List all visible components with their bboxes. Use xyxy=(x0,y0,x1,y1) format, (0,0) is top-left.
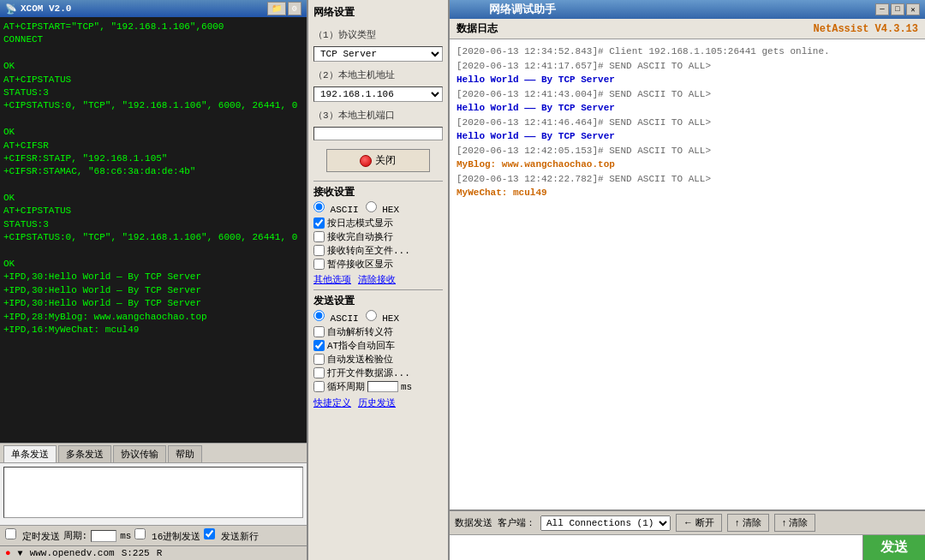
recv-section: 接收设置 ASCII HEX 按日志模式显示 接收完自动换行 xyxy=(313,181,443,286)
send-title: 发送设置 xyxy=(313,294,443,308)
recv-clear-link[interactable]: 清除接收 xyxy=(358,273,396,286)
recv-pause-checkbox[interactable] xyxy=(313,259,325,270)
xcom-log: AT+CIPSTART="TCP", "192.168.1.106",6000 … xyxy=(0,17,307,443)
clear-button[interactable]: ↑ 清除 xyxy=(727,514,769,532)
log-entry: Hello World —— By TCP Server xyxy=(457,101,918,116)
data-send-label: 数据发送 xyxy=(455,516,492,529)
log-entry: [2020-06-13 12:41:17.657]# SEND ASCII TO… xyxy=(457,59,918,74)
period-unit: ms xyxy=(120,531,131,541)
log-entry: [2020-06-13 12:42:22.782]# SEND ASCII TO… xyxy=(457,172,918,187)
tab-help[interactable]: 帮助 xyxy=(168,445,202,462)
recv-auto-exec-checkbox[interactable] xyxy=(313,231,325,242)
xcom-input-area xyxy=(0,462,307,525)
tab-single-send[interactable]: 单条发送 xyxy=(3,445,57,462)
send-newline-checkbox[interactable] xyxy=(204,528,215,539)
debug-send-button[interactable]: 发送 xyxy=(862,535,925,560)
recv-ascii-radio[interactable] xyxy=(313,201,325,212)
recv-to-file-row: 接收转向至文件... xyxy=(313,244,443,257)
debug-panel: 网络调试助手 ─ □ ✕ 数据日志 NetAssist V4.3.13 [202… xyxy=(450,0,925,560)
recv-log-mode-row: 按日志模式显示 xyxy=(313,217,443,229)
port-label: （3）本地主机端口 xyxy=(313,109,443,122)
debug-titlebar-controls: ─ □ ✕ xyxy=(875,3,920,15)
network-title: 网络设置 xyxy=(313,5,443,20)
log-entry: Hello World —— By TCP Server xyxy=(457,73,918,87)
debug-input-field[interactable]: MyWeChat: mcul49 xyxy=(450,535,862,560)
disconnect-button[interactable]: ← 断开 xyxy=(676,514,722,532)
minimize-button[interactable]: ─ xyxy=(875,3,889,15)
xcom-toolbar-btn2[interactable]: ⚙ xyxy=(288,2,301,15)
status-r: R xyxy=(157,548,163,558)
tab-multi-send[interactable]: 多条发送 xyxy=(58,445,111,462)
recv-ascii-label: ASCII xyxy=(313,201,359,215)
send-open-file-checkbox[interactable] xyxy=(313,367,325,378)
xcom-toolbar-btn1[interactable]: 📁 xyxy=(267,2,286,15)
send-cycle-checkbox[interactable] xyxy=(313,381,325,392)
period-label: 周期: xyxy=(63,529,88,542)
recv-more-link[interactable]: 其他选项 xyxy=(313,273,351,286)
host-select[interactable]: 192.168.1.106 xyxy=(313,86,443,102)
log-entry: [2020-06-13 12:34:52.843]# Client 192.16… xyxy=(457,45,918,59)
log-entry: [2020-06-13 12:42:05.153]# SEND ASCII TO… xyxy=(457,144,918,158)
recv-encoding-row: ASCII HEX xyxy=(313,201,443,215)
send-ascii-label: ASCII xyxy=(313,310,359,324)
client-select[interactable]: All Connections (1) xyxy=(540,515,671,531)
close-window-button[interactable]: ✕ xyxy=(906,3,920,15)
host-label: （2）本地主机地址 xyxy=(313,69,443,81)
send-newline-label: 发送新行 xyxy=(204,528,259,543)
send-auto-decode-row: 自动解析转义符 xyxy=(313,325,443,338)
xcom-send-input[interactable] xyxy=(3,467,303,518)
recv-auto-exec-row: 接收完自动换行 xyxy=(313,230,443,243)
hex-send-label: 16进制发送 xyxy=(134,528,200,543)
port-input[interactable]: 6000 xyxy=(313,127,443,140)
shortcut-link[interactable]: 快捷定义 xyxy=(313,396,351,409)
send-hex-label: HEX xyxy=(366,310,399,324)
status-arrow: ▼ xyxy=(18,549,23,558)
send-hex-radio[interactable] xyxy=(366,310,377,321)
send-at-cr-row: AT指令自动回车 xyxy=(313,339,443,352)
recv-log-mode-checkbox[interactable] xyxy=(313,217,325,229)
red-dot-icon xyxy=(360,155,372,167)
tab-protocol[interactable]: 协议传输 xyxy=(113,445,166,462)
status-url: www.openedv.com xyxy=(30,548,115,558)
send-cycle-input[interactable]: 1000 xyxy=(367,381,398,392)
timer-send-checkbox[interactable] xyxy=(5,528,16,539)
log-entry: MyWeChat: mcul49 xyxy=(457,186,918,200)
send-ascii-radio[interactable] xyxy=(313,310,325,321)
status-size: S:225 xyxy=(122,548,150,558)
xcom-bottom-controls: 定时发送 周期: 1 ms 16进制发送 发送新行 xyxy=(0,525,307,545)
send-auto-decode-checkbox[interactable] xyxy=(313,326,325,337)
recv-hex-radio[interactable] xyxy=(366,201,377,212)
close-btn-label: 关闭 xyxy=(375,153,396,168)
recv-hex-label: HEX xyxy=(366,201,399,215)
client-label: 客户端： xyxy=(498,516,535,529)
period-input[interactable]: 1 xyxy=(91,530,116,542)
hex-send-checkbox[interactable] xyxy=(134,528,146,539)
debug-titlebar: 网络调试助手 ─ □ ✕ xyxy=(450,0,925,19)
xcom-panel: 📡 XCOM V2.0 📁 ⚙ AT+CIPSTART="TCP", "192.… xyxy=(0,0,308,560)
timer-send-label: 定时发送 xyxy=(5,528,60,543)
log-entry: MyBlog: www.wangchaochao.top xyxy=(457,158,918,172)
debug-title: 网络调试助手 xyxy=(489,2,556,17)
history-link[interactable]: 历史发送 xyxy=(358,396,396,409)
netassist-label: NetAssist V4.3.13 xyxy=(814,23,918,35)
maximize-button[interactable]: □ xyxy=(891,3,904,15)
send-checksum-checkbox[interactable] xyxy=(313,354,325,365)
debug-input-row: MyWeChat: mcul49 发送 xyxy=(450,534,925,560)
log-entry: Hello World —— By TCP Server xyxy=(457,129,918,144)
protocol-select[interactable]: TCP Server TCP Client UDP xyxy=(313,46,443,62)
clear-log-button[interactable]: ↑ 清除 xyxy=(774,514,816,532)
log-entry: [2020-06-13 12:41:43.004]# SEND ASCII TO… xyxy=(457,87,918,102)
debug-bottom: 数据发送 客户端： All Connections (1) ← 断开 ↑ 清除 … xyxy=(450,509,925,560)
send-open-file-row: 打开文件数据源... xyxy=(313,366,443,379)
xcom-titlebar: 📡 XCOM V2.0 📁 ⚙ xyxy=(0,0,307,17)
xcom-icon: 📡 xyxy=(5,3,17,15)
log-entry: [2020-06-13 12:41:46.464]# SEND ASCII TO… xyxy=(457,116,918,130)
status-icon: ● xyxy=(5,548,11,558)
recv-to-file-checkbox[interactable] xyxy=(313,245,325,256)
send-encoding-row: ASCII HEX xyxy=(313,310,443,324)
close-button[interactable]: 关闭 xyxy=(326,149,430,172)
send-cycle-unit: ms xyxy=(401,382,412,392)
recv-pause-row: 暂停接收区显示 xyxy=(313,258,443,271)
send-at-cr-checkbox[interactable] xyxy=(313,340,325,351)
recv-title: 接收设置 xyxy=(313,185,443,200)
